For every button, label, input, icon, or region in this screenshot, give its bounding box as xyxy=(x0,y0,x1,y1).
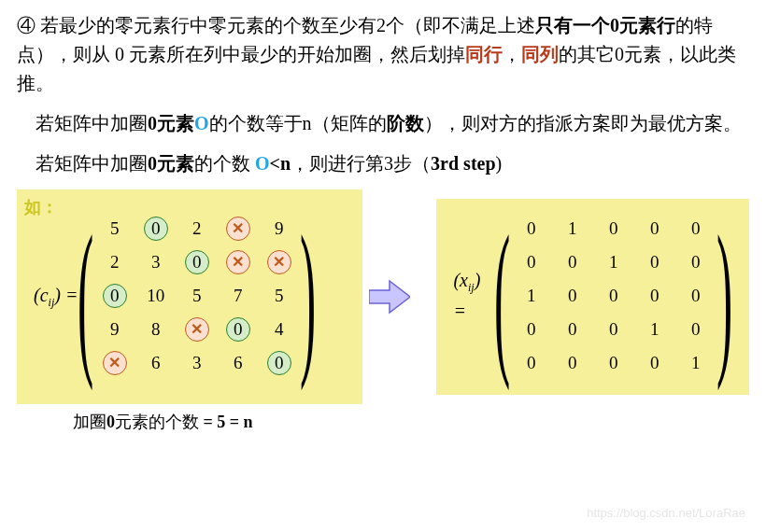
label-ru: 如： xyxy=(24,195,58,221)
matrix-cell: 3 xyxy=(177,348,218,378)
step-number: ④ xyxy=(17,15,35,35)
matrix-cell: 0 xyxy=(675,247,716,277)
text: 若矩阵中加圈 xyxy=(35,113,148,133)
text-eq: = 5 = n xyxy=(199,413,253,431)
text: 的个数等于n（矩阵的 xyxy=(209,113,387,133)
circled-zero-icon: 0 xyxy=(185,250,209,274)
matrix-cell: ✕ xyxy=(218,214,259,244)
text: 加圈 xyxy=(73,413,106,431)
big-paren-right: ) xyxy=(300,210,316,382)
text: ），则对方的指派方案即为最优方案。 xyxy=(424,113,742,133)
matrix-cell: ✕ xyxy=(218,247,259,277)
svg-marker-0 xyxy=(369,281,410,313)
matrix-c-body: ( 502✕9230✕✕01057598✕04✕6360 ) xyxy=(78,210,316,382)
var-x: x xyxy=(460,270,468,290)
matrix-cell: ✕ xyxy=(94,348,135,378)
matrix-c-label: (cij) = xyxy=(34,281,78,312)
matrix-cell: 0 xyxy=(675,214,716,244)
text: 元素的个数 xyxy=(115,413,199,431)
matrix-cell: 5 xyxy=(259,281,300,311)
matrix-cell: 0 xyxy=(634,214,675,244)
text: 若最少的零元素行中零元素的个数至少有2个（即不满足上述 xyxy=(35,15,535,35)
circled-zero-icon: 0 xyxy=(144,217,168,241)
matrix-cell: 0 xyxy=(511,348,552,378)
text-step-en: 3rd step xyxy=(431,153,495,174)
text-bold: 0元素 xyxy=(148,153,194,174)
matrix-cell: 4 xyxy=(259,315,300,344)
matrix-cell: 3 xyxy=(135,247,177,277)
var-c: c xyxy=(40,285,49,305)
big-paren-right: ) xyxy=(716,210,732,382)
matrix-cell: 9 xyxy=(259,214,300,244)
circled-zero-icon: 0 xyxy=(267,351,291,375)
matrix-cell: 0 xyxy=(593,281,634,311)
matrix-cell: 1 xyxy=(511,281,552,311)
matrix-cell: 0 xyxy=(593,348,634,378)
matrix-cell: 0 xyxy=(259,348,300,378)
matrix-cell: 0 xyxy=(634,281,675,311)
indent xyxy=(17,153,35,174)
symbol-o: O xyxy=(255,153,270,174)
matrix-cell: 0 xyxy=(552,348,593,378)
crossed-zero-icon: ✕ xyxy=(267,250,291,274)
text: ) xyxy=(496,153,503,174)
matrix-cell: 0 xyxy=(511,214,552,244)
matrix-cell: 0 xyxy=(675,315,716,344)
matrix-example-row: 如： (cij) = ( 502✕9230✕✕01057598✕04✕6360 … xyxy=(17,189,749,404)
matrix-cell: 1 xyxy=(675,348,716,378)
text-emph-row: 同行 xyxy=(465,44,503,64)
crossed-zero-icon: ✕ xyxy=(185,317,209,342)
matrix-cell: 0 xyxy=(634,348,675,378)
matrix-cell: 8 xyxy=(135,315,177,344)
matrix-cell: 9 xyxy=(94,315,135,344)
text-bold: 0元素 xyxy=(148,113,194,133)
paren-close-eq: ) = xyxy=(54,285,78,305)
text: ， xyxy=(503,44,521,64)
matrix-cell: 0 xyxy=(675,281,716,311)
text-zero: 0 xyxy=(106,413,115,431)
matrix-cell: 7 xyxy=(218,281,259,311)
matrix-x-grid: 0100000100100000001000001 xyxy=(511,214,716,378)
indent xyxy=(17,113,35,133)
matrix-x-label: (xij) = xyxy=(453,266,494,326)
matrix-cell: 0 xyxy=(593,214,634,244)
text: 的个数 xyxy=(194,153,255,174)
matrix-cell: 0 xyxy=(511,315,552,344)
text: ，则进行第3步（ xyxy=(291,153,431,174)
matrix-cell: 6 xyxy=(135,348,177,378)
paragraph-case-eq-n: 若矩阵中加圈0元素O的个数等于n（矩阵的阶数），则对方的指派方案即为最优方案。 xyxy=(17,109,749,138)
matrix-x-body: ( 0100000100100000001000001 ) xyxy=(494,210,732,382)
matrix-cell: 0 xyxy=(511,247,552,277)
arrow-right-icon xyxy=(362,279,418,315)
matrix-cell: 0 xyxy=(593,315,634,344)
cost-matrix-panel: 如： (cij) = ( 502✕9230✕✕01057598✕04✕6360 … xyxy=(17,189,362,404)
matrix-cell: 5 xyxy=(94,214,135,244)
matrix-cell: 1 xyxy=(593,247,634,277)
text-lt-n: <n xyxy=(270,153,291,174)
assignment-matrix-panel: (xij) = ( 0100000100100000001000001 ) xyxy=(436,199,749,395)
matrix-cell: ✕ xyxy=(259,247,300,277)
crossed-zero-icon: ✕ xyxy=(226,217,250,241)
text-bold: 只有一个0元素行 xyxy=(535,15,675,35)
text-bold: 阶数 xyxy=(387,113,424,133)
matrix-cell: 1 xyxy=(552,214,593,244)
matrix-cell: 0 xyxy=(218,315,259,344)
paren-open: ( xyxy=(34,285,40,305)
matrix-cell: 1 xyxy=(634,315,675,344)
subscript-ij: ij xyxy=(468,281,475,294)
paragraph-case-lt-n: 若矩阵中加圈0元素的个数 O<n，则进行第3步（3rd step) xyxy=(17,149,749,178)
matrix-cell: 0 xyxy=(135,214,177,244)
matrix-cell: 0 xyxy=(552,281,593,311)
text-emph-col: 同列 xyxy=(521,44,559,64)
matrix-cell: 2 xyxy=(94,247,135,277)
paragraph-step4: ④ 若最少的零元素行中零元素的个数至少有2个（即不满足上述只有一个0元素行的特点… xyxy=(17,11,749,98)
matrix-cell: 5 xyxy=(177,281,218,311)
text: 若矩阵中加圈 xyxy=(35,153,148,174)
symbol-o: O xyxy=(194,113,209,133)
matrix-cell: ✕ xyxy=(177,315,218,344)
matrix-cell: 0 xyxy=(552,247,593,277)
matrix-cell: 2 xyxy=(177,214,218,244)
big-paren-left: ( xyxy=(78,210,93,382)
big-paren-left: ( xyxy=(494,210,510,382)
matrix-c-grid: 502✕9230✕✕01057598✕04✕6360 xyxy=(94,214,300,378)
